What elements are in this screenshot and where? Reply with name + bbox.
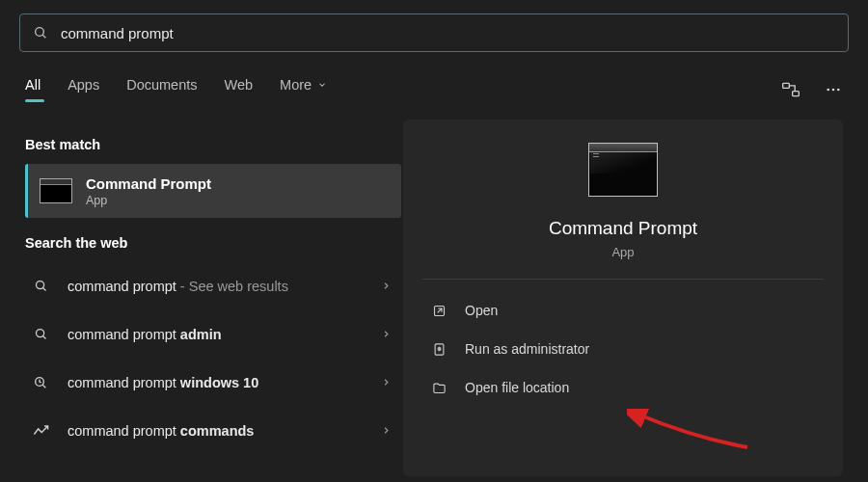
best-match-subtitle: App: [86, 194, 211, 207]
action-label: Open file location: [465, 380, 569, 395]
svg-line-12: [42, 385, 45, 388]
action-run-as-administrator[interactable]: Run as administrator: [422, 330, 824, 368]
chevron-right-icon: [381, 329, 392, 339]
tab-more-label: More: [280, 77, 312, 93]
filter-tabs: All Apps Documents Web More: [25, 77, 781, 102]
web-result[interactable]: command prompt commands: [25, 407, 401, 455]
svg-line-8: [42, 288, 45, 291]
svg-point-5: [832, 89, 835, 92]
more-icon[interactable]: [824, 80, 843, 99]
svg-line-10: [42, 336, 45, 339]
search-box[interactable]: [19, 13, 849, 52]
chevron-right-icon: [381, 425, 392, 436]
svg-line-14: [437, 308, 441, 312]
chevron-right-icon: [381, 377, 392, 388]
svg-line-1: [42, 35, 45, 38]
chevron-right-icon: [381, 281, 392, 291]
divider: [422, 279, 824, 280]
tab-apps[interactable]: Apps: [68, 77, 99, 102]
best-match-label: Best match: [25, 137, 403, 152]
preview-title: Command Prompt: [549, 218, 697, 239]
search-icon: [31, 277, 50, 296]
action-label: Open: [465, 303, 498, 318]
svg-rect-3: [793, 92, 800, 96]
search-history-icon: [31, 373, 50, 392]
trending-icon: [31, 421, 50, 441]
search-web-label: Search the web: [25, 235, 403, 251]
web-result[interactable]: command prompt - See web results: [25, 262, 401, 310]
action-open[interactable]: Open: [422, 291, 824, 330]
web-result-text: command prompt commands: [68, 423, 381, 439]
chevron-down-icon: [317, 80, 327, 90]
web-result-text: command prompt admin: [68, 327, 381, 342]
action-label: Run as administrator: [465, 341, 589, 357]
preview-panel: Command Prompt App Open Run as administr…: [403, 120, 843, 476]
svg-point-9: [36, 330, 43, 337]
best-match-title: Command Prompt: [86, 175, 211, 192]
web-result[interactable]: command prompt windows 10: [25, 359, 401, 407]
svg-point-7: [36, 281, 43, 289]
preview-subtitle: App: [611, 245, 634, 259]
shield-icon: [430, 340, 448, 358]
search-icon: [31, 325, 50, 344]
web-result-text: command prompt windows 10: [68, 375, 381, 390]
web-results-list: command prompt - See web results command…: [25, 262, 403, 455]
tab-all[interactable]: All: [25, 77, 41, 102]
folder-icon: [430, 379, 448, 396]
svg-point-4: [827, 89, 829, 92]
search-icon: [32, 24, 49, 41]
web-result[interactable]: command prompt admin: [25, 310, 401, 359]
tab-more[interactable]: More: [280, 77, 327, 102]
open-icon: [430, 302, 448, 319]
svg-point-6: [837, 89, 840, 92]
search-input[interactable]: [61, 25, 836, 41]
flow-icon[interactable]: [781, 80, 800, 99]
web-result-text: command prompt - See web results: [68, 279, 381, 294]
svg-point-0: [36, 28, 44, 37]
best-match-result[interactable]: Command Prompt App: [25, 164, 401, 218]
action-open-file-location[interactable]: Open file location: [422, 368, 824, 407]
svg-rect-2: [783, 83, 790, 88]
tab-web[interactable]: Web: [225, 77, 254, 102]
command-prompt-icon: [40, 178, 72, 203]
command-prompt-icon: [588, 143, 658, 197]
tab-documents[interactable]: Documents: [126, 77, 197, 102]
